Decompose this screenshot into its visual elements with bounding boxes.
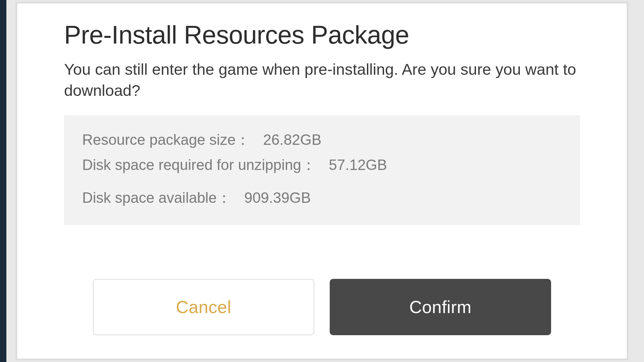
disk-available-label: Disk space available： bbox=[82, 189, 231, 206]
resource-info-box: Resource package size： 26.82GB Disk spac… bbox=[64, 115, 580, 225]
confirm-button[interactable]: Confirm bbox=[330, 279, 551, 335]
package-size-label: Resource package size： bbox=[82, 131, 250, 148]
unzip-space-value: 57.12GB bbox=[329, 157, 387, 173]
unzip-space-label: Disk space required for unzipping： bbox=[82, 157, 316, 173]
info-row-unzip-space: Disk space required for unzipping： 57.12… bbox=[82, 153, 562, 178]
info-row-disk-available: Disk space available： 909.39GB bbox=[82, 185, 562, 210]
dialog-message: You can still enter the game when pre-in… bbox=[64, 59, 580, 101]
info-row-package-size: Resource package size： 26.82GB bbox=[82, 127, 562, 153]
dialog-backdrop: Pre-Install Resources Package You can st… bbox=[0, 0, 644, 362]
dialog-title: Pre-Install Resources Package bbox=[64, 20, 580, 49]
preinstall-dialog: Pre-Install Resources Package You can st… bbox=[17, 3, 627, 359]
cancel-button[interactable]: Cancel bbox=[93, 279, 314, 335]
disk-available-value: 909.39GB bbox=[244, 189, 311, 206]
package-size-value: 26.82GB bbox=[263, 131, 322, 148]
dialog-button-row: Cancel Confirm bbox=[64, 279, 580, 335]
